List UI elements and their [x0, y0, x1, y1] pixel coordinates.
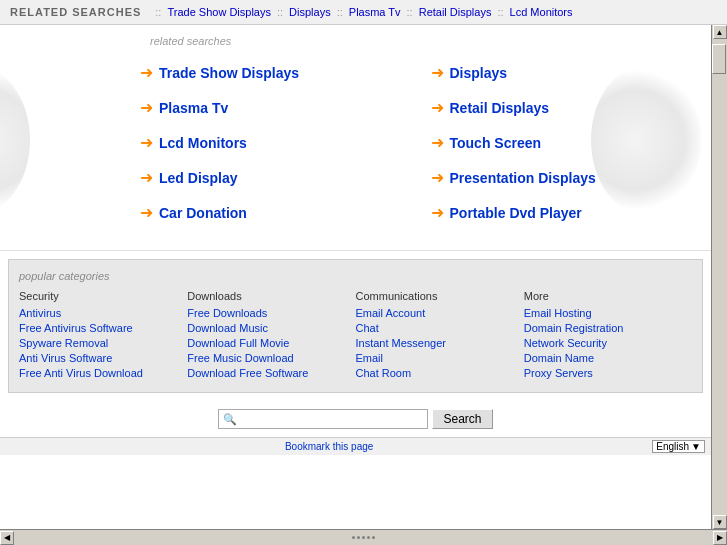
search-item-left-3: ➜ Led Display [130, 160, 421, 195]
search-item-left-2: ➜ Lcd Monitors [130, 125, 421, 160]
cat-link-2-1[interactable]: Chat [356, 322, 524, 334]
search-col-left: ➜ Trade Show Displays ➜ Plasma Tv ➜ Lcd … [130, 55, 421, 230]
search-link-right-3[interactable]: Presentation Displays [450, 170, 596, 186]
category-header-3: More [524, 290, 692, 302]
arrow-icon: ➜ [140, 133, 153, 152]
cat-link-0-1[interactable]: Free Antivirus Software [19, 322, 187, 334]
cat-link-2-3[interactable]: Email [356, 352, 524, 364]
related-searches-label: RELATED SEARCHES [10, 6, 141, 18]
search-icon: 🔍 [223, 413, 237, 426]
search-item-left-4: ➜ Car Donation [130, 195, 421, 230]
cat-link-0-0[interactable]: Antivirus [19, 307, 187, 319]
cat-link-1-4[interactable]: Download Free Software [187, 367, 355, 379]
chevron-down-icon: ▼ [691, 441, 701, 452]
search-grid: ➜ Trade Show Displays ➜ Plasma Tv ➜ Lcd … [0, 55, 711, 240]
search-link-left-1[interactable]: Plasma Tv [159, 100, 228, 116]
scroll-left-button[interactable]: ◀ [0, 531, 14, 545]
scroll-right-button[interactable]: ▶ [713, 531, 727, 545]
category-header-1: Downloads [187, 290, 355, 302]
cat-link-3-1[interactable]: Domain Registration [524, 322, 692, 334]
scroll-track[interactable] [712, 39, 727, 515]
popular-label: popular categories [19, 270, 692, 282]
arrow-icon: ➜ [140, 168, 153, 187]
cat-link-2-0[interactable]: Email Account [356, 307, 524, 319]
search-link-left-3[interactable]: Led Display [159, 170, 238, 186]
cat-link-0-2[interactable]: Spyware Removal [19, 337, 187, 349]
bookmark-link[interactable]: Bookmark this page [285, 441, 373, 452]
cat-link-1-0[interactable]: Free Downloads [187, 307, 355, 319]
scroll-up-button[interactable]: ▲ [713, 25, 727, 39]
category-col-3: More Email Hosting Domain Registration N… [524, 290, 692, 382]
nav-link-3[interactable]: Plasma Tv [349, 6, 401, 18]
deco-circle-right [591, 65, 701, 215]
cat-link-0-4[interactable]: Free Anti Virus Download [19, 367, 187, 379]
cat-link-3-4[interactable]: Proxy Servers [524, 367, 692, 379]
bottom-scrollbar[interactable]: ◀ ▶ [0, 529, 727, 545]
search-link-right-0[interactable]: Displays [450, 65, 508, 81]
nav-link-4[interactable]: Retail Displays [419, 6, 492, 18]
cat-link-2-4[interactable]: Chat Room [356, 367, 524, 379]
cat-link-2-2[interactable]: Instant Messenger [356, 337, 524, 349]
scroll-thumb[interactable] [712, 44, 726, 74]
categories-grid: Security Antivirus Free Antivirus Softwa… [19, 290, 692, 382]
h-scroll-track[interactable] [14, 530, 713, 546]
top-nav-bar: RELATED SEARCHES :: Trade Show Displays … [0, 0, 727, 25]
cat-link-1-1[interactable]: Download Music [187, 322, 355, 334]
deco-circle-left [0, 65, 30, 215]
arrow-icon: ➜ [431, 63, 444, 82]
nav-link-5[interactable]: Lcd Monitors [510, 6, 573, 18]
related-searches-sublabel: related searches [0, 35, 711, 47]
cat-link-1-2[interactable]: Download Full Movie [187, 337, 355, 349]
search-link-right-2[interactable]: Touch Screen [450, 135, 542, 151]
nav-link-2[interactable]: Displays [289, 6, 331, 18]
arrow-icon: ➜ [431, 168, 444, 187]
arrow-icon: ➜ [431, 98, 444, 117]
browser-frame: RELATED SEARCHES :: Trade Show Displays … [0, 0, 727, 545]
search-link-left-2[interactable]: Lcd Monitors [159, 135, 247, 151]
search-link-right-4[interactable]: Portable Dvd Player [450, 205, 582, 221]
scroll-down-button[interactable]: ▼ [713, 515, 727, 529]
main-content: related searches ➜ Trade Show Displays ➜… [0, 25, 727, 529]
page-area: related searches ➜ Trade Show Displays ➜… [0, 25, 711, 529]
category-col-0: Security Antivirus Free Antivirus Softwa… [19, 290, 187, 382]
arrow-icon: ➜ [140, 63, 153, 82]
nav-link-1[interactable]: Trade Show Displays [167, 6, 271, 18]
related-searches-section: related searches ➜ Trade Show Displays ➜… [0, 25, 711, 251]
cat-link-0-3[interactable]: Anti Virus Software [19, 352, 187, 364]
category-header-2: Communications [356, 290, 524, 302]
h-scroll-dots [352, 536, 375, 539]
search-link-right-1[interactable]: Retail Displays [450, 100, 550, 116]
search-button[interactable]: Search [432, 409, 492, 429]
arrow-icon: ➜ [431, 203, 444, 222]
category-col-1: Downloads Free Downloads Download Music … [187, 290, 355, 382]
search-item-left-0: ➜ Trade Show Displays [130, 55, 421, 90]
cat-link-3-3[interactable]: Domain Name [524, 352, 692, 364]
cat-link-1-3[interactable]: Free Music Download [187, 352, 355, 364]
language-selector[interactable]: English ▼ [652, 440, 705, 453]
category-header-0: Security [19, 290, 187, 302]
arrow-icon: ➜ [140, 98, 153, 117]
cat-link-3-0[interactable]: Email Hosting [524, 307, 692, 319]
right-scrollbar[interactable]: ▲ ▼ [711, 25, 727, 529]
search-input[interactable] [240, 412, 410, 426]
search-input-wrap: 🔍 [218, 409, 428, 429]
search-bar-section: 🔍 Search [0, 401, 711, 437]
search-link-left-4[interactable]: Car Donation [159, 205, 247, 221]
popular-categories-section: popular categories Security Antivirus Fr… [8, 259, 703, 393]
language-label: English [656, 441, 689, 452]
cat-link-3-2[interactable]: Network Security [524, 337, 692, 349]
arrow-icon: ➜ [140, 203, 153, 222]
arrow-icon: ➜ [431, 133, 444, 152]
search-item-left-1: ➜ Plasma Tv [130, 90, 421, 125]
bottom-bar: Bookmark this page English ▼ [0, 437, 711, 455]
search-link-left-0[interactable]: Trade Show Displays [159, 65, 299, 81]
category-col-2: Communications Email Account Chat Instan… [356, 290, 524, 382]
